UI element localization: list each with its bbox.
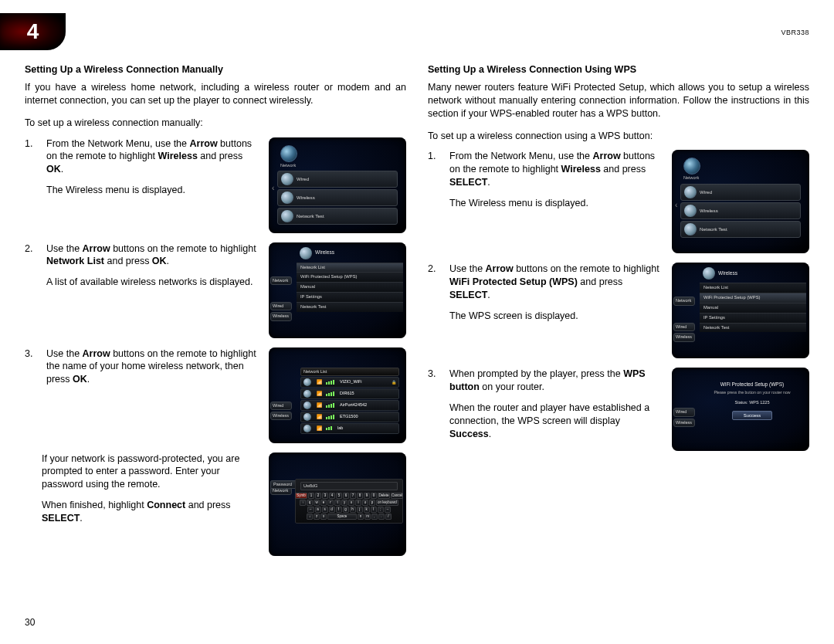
left-column: Setting Up a Wireless Connection Manuall… (25, 63, 406, 608)
chevron-left-icon: ‹ (675, 200, 677, 211)
globe-icon (303, 390, 311, 398)
chevron-left-icon: ‹ (272, 183, 274, 194)
step-text: From the Network Menu, use the Arrow but… (46, 137, 259, 205)
chapter-tab: 4 (0, 13, 66, 50)
screenshot-wireless-menu: Network Wired Wireless Wireless Network … (269, 242, 406, 338)
screenshot-wireless-menu: Network Wired Wireless Wireless Network … (672, 263, 809, 358)
intro-wps: Many newer routers feature WiFi Protecte… (428, 81, 809, 120)
globe-icon (683, 158, 700, 175)
section-title-wps: Setting Up a Wireless Connection Using W… (428, 63, 809, 76)
step-text: When prompted by the player, press the W… (449, 368, 663, 448)
globe-icon (281, 173, 293, 185)
right-column: Setting Up a Wireless Connection Using W… (428, 63, 809, 608)
wifi-icon: 📶 (317, 379, 322, 385)
globe-icon (281, 192, 293, 204)
step-text: From the Network Menu, use the Arrow but… (449, 150, 663, 218)
globe-icon (280, 145, 297, 162)
section-title-manual: Setting Up a Wireless Connection Manuall… (25, 63, 406, 76)
lock-icon: 🔒 (392, 380, 396, 385)
step-number (428, 150, 440, 163)
content-columns: Setting Up a Wireless Connection Manuall… (25, 63, 809, 608)
chapter-number: 4 (27, 17, 39, 46)
globe-icon (300, 247, 312, 259)
globe-icon (684, 205, 697, 217)
globe-icon (303, 425, 311, 432)
globe-icon (281, 210, 293, 222)
globe-icon (303, 378, 311, 386)
globe-icon (684, 186, 697, 198)
wifi-icon: 📶 (317, 391, 322, 397)
lead-manual: To set up a wireless connection manually… (25, 117, 406, 130)
screenshot-network-list: Wired Wireless Network List 📶VIZIO_WiFi🔒… (269, 347, 406, 443)
step-password: If your network is password-protected, y… (42, 452, 406, 556)
success-button: Success (732, 411, 773, 420)
wifi-icon: 📶 (317, 425, 322, 432)
wifi-icon: 📶 (317, 414, 322, 420)
step-number (25, 137, 37, 151)
wifi-icon: 📶 (317, 402, 322, 408)
globe-icon (303, 413, 311, 421)
step-text: Use the Arrow buttons on the remote to h… (46, 242, 259, 297)
steps-wps: From the Network Menu, use the Arrow but… (428, 150, 809, 451)
step-3: Use the Arrow buttons on the remote to h… (25, 347, 406, 443)
step-number (25, 347, 37, 361)
step-2: Use the Arrow buttons on the remote to h… (428, 263, 809, 358)
screenshot-network-menu: Network Wired Wireless Network Test ‹ (672, 150, 809, 253)
step-2: Use the Arrow buttons on the remote to h… (25, 242, 406, 338)
step-number (25, 242, 37, 256)
globe-icon (684, 223, 697, 236)
globe-icon (303, 402, 311, 409)
step-text: Use the Arrow buttons on the remote to h… (46, 347, 259, 395)
page-number: 30 (25, 616, 35, 629)
lead-wps: To set up a wireless connection using a … (428, 130, 809, 143)
step-3: When prompted by the player, press the W… (428, 368, 809, 451)
step-number (428, 368, 440, 381)
screenshot-network-menu: Network Wired Wireless Network Test ‹ (269, 137, 406, 233)
step-1: From the Network Menu, use the Arrow but… (25, 137, 406, 233)
step-text: Use the Arrow buttons on the remote to h… (449, 263, 663, 330)
intro-manual: If you have a wireless home network, inc… (25, 81, 406, 107)
model-number: VBR338 (781, 28, 809, 37)
steps-manual: From the Network Menu, use the Arrow but… (25, 137, 406, 443)
globe-icon (703, 267, 715, 280)
screenshot-wps-success: Wired Wireless WiFi Protected Setup (WPS… (672, 368, 809, 451)
screenshot-keyboard: Network Password Uw8dG Symb 1234567890 D… (269, 452, 406, 556)
step-number (428, 263, 440, 276)
step-1: From the Network Menu, use the Arrow but… (428, 150, 809, 253)
